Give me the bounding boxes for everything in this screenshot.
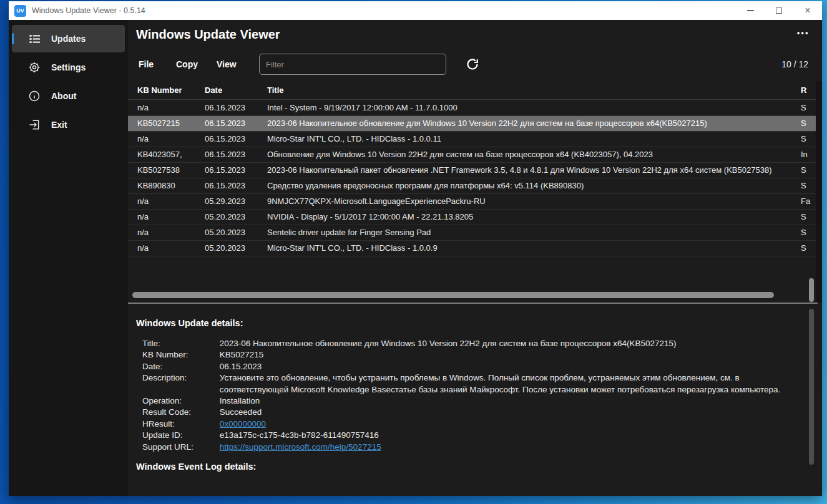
cell-date: 05.20.2023 [205, 225, 264, 240]
toolbar: File Copy View 10 / 12 [128, 54, 822, 75]
cell-result: S [801, 163, 815, 178]
cell-date: 06.15.2023 [205, 163, 264, 178]
column-kb-number[interactable]: KB Number [137, 81, 200, 100]
cell-result: S [801, 132, 815, 147]
splitter[interactable] [128, 303, 818, 304]
cell-title: Micro-Star INT'L CO., LTD. - HIDClass - … [267, 132, 795, 147]
cell-date: 05.29.2023 [205, 194, 264, 209]
table-row[interactable]: n/a 05.20.2023 NVIDIA - Display - 5/1/20… [128, 210, 818, 225]
details-panel: Windows Update details: Title: 2023-06 Н… [128, 306, 818, 496]
detail-value: Succeeded [220, 407, 810, 418]
detail-label: Date: [142, 361, 217, 372]
cell-date: 06.16.2023 [205, 100, 264, 115]
cell-result: S [801, 178, 815, 193]
table-header: KB Number Date Title R [128, 81, 818, 100]
sidebar-item-settings[interactable]: Settings [12, 54, 125, 81]
detail-label: Result Code: [142, 407, 217, 418]
table-vertical-scrollbar-thumb[interactable] [809, 278, 814, 302]
selection-indicator [12, 33, 14, 44]
table-row[interactable]: KB5027538 06.15.2023 2023-06 Накопительн… [128, 163, 818, 178]
cell-result: In [801, 147, 815, 162]
cell-title: 2023-06 Накопительный пакет обновления .… [267, 163, 795, 178]
column-title[interactable]: Title [267, 81, 795, 100]
event-log-heading: Windows Event Log details: [136, 462, 818, 472]
app-window: UV Windows Update Viewer - 0.5.14 × [9, 1, 822, 496]
detail-value: Установите это обновление, чтобы устрани… [220, 372, 810, 395]
detail-row: Date: 06.15.2023 [142, 361, 818, 372]
detail-value: 06.15.2023 [220, 361, 810, 372]
sidebar-item-label: Updates [51, 34, 86, 44]
close-button[interactable]: × [793, 1, 822, 20]
cell-kb-number: n/a [137, 194, 200, 209]
cell-kb-number: n/a [137, 241, 200, 256]
table-horizontal-scrollbar-thumb[interactable] [132, 292, 774, 298]
page-title: Windows Update Viewer [136, 27, 280, 42]
cell-date: 06.15.2023 [205, 178, 264, 193]
column-result[interactable]: R [801, 81, 815, 100]
minimize-button[interactable] [736, 1, 765, 20]
cell-kb-number: KB890830 [137, 178, 200, 193]
window-title: Windows Update Viewer - 0.5.14 [32, 6, 736, 15]
sidebar-item-about[interactable]: About [12, 82, 125, 110]
detail-label: Update ID: [142, 430, 217, 441]
detail-value: 2023-06 Накопительное обновление для Win… [220, 338, 810, 349]
sidebar-item-label: Settings [51, 62, 86, 72]
cell-title: Средство удаления вредоносных программ д… [267, 178, 795, 193]
detail-row: Result Code: Succeeded [142, 407, 818, 418]
update-count: 10 / 12 [781, 54, 808, 75]
sidebar-item-exit[interactable]: Exit [12, 111, 125, 138]
title-bar[interactable]: UV Windows Update Viewer - 0.5.14 × [9, 1, 822, 20]
cell-result: S [801, 225, 815, 240]
table-row[interactable]: KB4023057, 06.15.2023 Обновление для Win… [128, 147, 818, 163]
table-row[interactable]: KB5027215 06.15.2023 2023-06 Накопительн… [128, 116, 818, 132]
update-details-fields: Title: 2023-06 Накопительное обновление … [142, 338, 818, 453]
table-row[interactable]: KB890830 06.15.2023 Средство удаления вр… [128, 178, 818, 194]
table-row[interactable]: n/a 06.16.2023 Intel - System - 9/19/201… [128, 100, 818, 116]
main-panel: Windows Update Viewer ••• File Copy View… [128, 20, 822, 496]
detail-label: Support URL: [142, 442, 217, 453]
detail-row: Update ID: e13a175c-c175-4c3b-b782-61149… [142, 430, 818, 441]
table-row[interactable]: n/a 05.29.2023 9NMJCX77QKPX-Microsoft.La… [128, 194, 818, 210]
menu-file[interactable]: File [139, 54, 154, 75]
menu-view[interactable]: View [217, 54, 237, 75]
menu-copy[interactable]: Copy [176, 54, 198, 75]
detail-row: KB Number: KB5027215 [142, 349, 818, 361]
cell-result: S [801, 100, 815, 115]
detail-row: Support URL: https://support.microsoft.c… [142, 442, 818, 453]
cell-title: Обновление для Windows 10 Version 22H2 д… [267, 147, 795, 162]
column-date[interactable]: Date [205, 81, 264, 100]
detail-value: Installation [220, 395, 810, 407]
cell-title: Sentelic driver update for Finger Sensin… [267, 225, 795, 240]
detail-label: Operation: [142, 395, 217, 407]
minimize-icon [747, 10, 754, 11]
desktop-background: UV Windows Update Viewer - 0.5.14 × [0, 0, 827, 504]
cell-date: 06.15.2023 [205, 147, 264, 162]
detail-row: Title: 2023-06 Накопительное обновление … [142, 338, 818, 349]
maximize-button[interactable] [765, 1, 793, 20]
filter-input[interactable] [259, 54, 446, 75]
detail-label: KB Number: [142, 349, 217, 361]
refresh-button[interactable] [465, 57, 480, 72]
table-row[interactable]: n/a 05.20.2023 Sentelic driver update fo… [128, 225, 818, 241]
updates-list-icon [28, 32, 41, 45]
details-vertical-scrollbar-thumb[interactable] [809, 309, 814, 465]
cell-result: S [801, 210, 815, 225]
more-options-button[interactable]: ••• [797, 29, 810, 37]
cell-kb-number: KB5027215 [137, 116, 200, 131]
gear-icon [28, 61, 41, 74]
table-row[interactable]: n/a 06.15.2023 Micro-Star INT'L CO., LTD… [128, 132, 818, 147]
exit-icon [28, 119, 41, 131]
table-scrollbar-gutter [816, 81, 822, 303]
detail-row: Operation: Installation [142, 395, 818, 407]
update-details-heading: Windows Update details: [136, 318, 818, 328]
detail-value: KB5027215 [220, 349, 810, 361]
detail-row: HResult: 0x00000000 [142, 419, 818, 430]
cell-kb-number: n/a [137, 210, 200, 225]
table-row[interactable]: n/a 05.20.2023 Micro-Star INT'L CO., LTD… [128, 241, 818, 256]
detail-value-link[interactable]: 0x00000000 [220, 419, 810, 430]
sidebar-item-updates[interactable]: Updates [12, 25, 125, 52]
detail-row: Description: Установите это обновление, … [142, 372, 818, 395]
detail-label: Description: [142, 372, 217, 384]
detail-value-link[interactable]: https://support.microsoft.com/help/50272… [220, 442, 810, 453]
cell-date: 06.15.2023 [205, 116, 264, 131]
